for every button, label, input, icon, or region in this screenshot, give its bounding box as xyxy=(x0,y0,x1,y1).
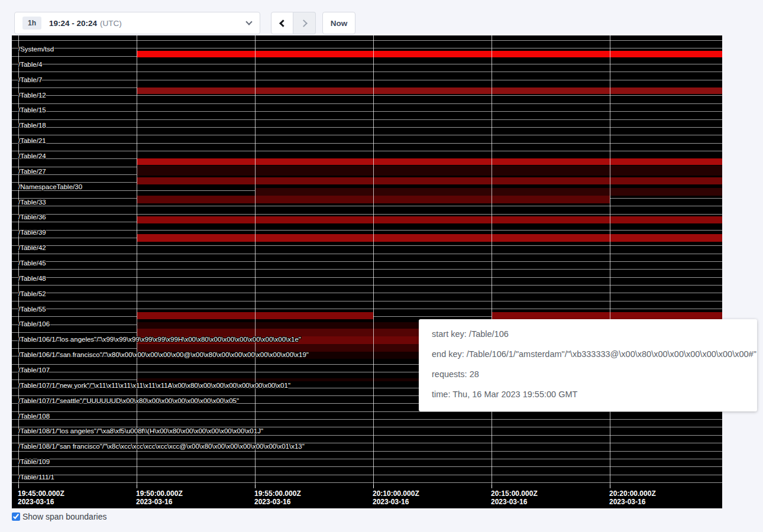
axis-tick-date: 2023-03-16 xyxy=(609,498,656,506)
span-boundary-line xyxy=(12,309,722,309)
span-boundary-line xyxy=(12,245,722,246)
tooltip-requests: requests: 28 xyxy=(432,364,757,384)
now-button[interactable]: Now xyxy=(322,12,355,34)
span-boundary-line xyxy=(12,72,722,72)
span-boundary-line xyxy=(12,214,722,215)
show-span-boundaries-text: Show span boundaries xyxy=(22,512,106,521)
heat-band[interactable] xyxy=(137,51,722,57)
row-label: /Table/108/1/"los angeles"/"\xa8\xf5\u00… xyxy=(18,427,263,435)
show-span-boundaries-checkbox[interactable] xyxy=(12,512,20,521)
row-label: /Table/42 xyxy=(18,244,46,252)
axis-tick xyxy=(255,485,256,488)
axis-tick-label: 19:45:00.000Z2023-03-16 xyxy=(18,489,64,506)
axis-tick xyxy=(137,485,137,488)
span-boundary-line xyxy=(12,111,722,112)
row-label: /Table/55 xyxy=(18,305,46,313)
axis-tick xyxy=(492,485,492,488)
axis-tick-date: 2023-03-16 xyxy=(136,498,183,506)
range-duration-badge: 1h xyxy=(22,17,41,30)
row-label: /Table/107/1/"seattle"/"UUUUUUD\x00\x80\… xyxy=(18,397,239,405)
heat-band[interactable] xyxy=(492,312,722,319)
axis-tick-time: 19:45:00.000Z xyxy=(18,489,64,498)
axis-tick-label: 19:55:00.000Z2023-03-16 xyxy=(254,489,301,506)
row-label: /Table/106/1/"los angeles"/"\x99\x99\x99… xyxy=(18,335,301,343)
axis-tick-time: 20:20:00.000Z xyxy=(609,489,656,498)
tooltip-time: time: Thu, 16 Mar 2023 19:55:00 GMT xyxy=(432,384,757,404)
span-boundary-line xyxy=(12,475,722,475)
row-label: /Table/27 xyxy=(18,167,46,176)
row-label: /NamespaceTable/30 xyxy=(18,183,82,191)
axis-tick-time: 19:55:00.000Z xyxy=(254,489,301,498)
span-boundary-line xyxy=(12,80,722,80)
time-range-selector[interactable]: 1h 19:24 - 20:24 (UTC) xyxy=(14,12,260,34)
row-label: /Table/33 xyxy=(18,198,46,206)
row-label: /Table/39 xyxy=(18,228,46,236)
axis-tick-label: 19:50:00.000Z2023-03-16 xyxy=(136,489,183,506)
axis-tick-time: 20:15:00.000Z xyxy=(491,489,538,498)
axis-tick-label: 20:15:00.000Z2023-03-16 xyxy=(491,489,538,506)
span-boundary-line xyxy=(12,466,722,467)
heat-band[interactable] xyxy=(137,177,722,184)
heat-band[interactable] xyxy=(137,216,722,223)
next-time-button[interactable] xyxy=(293,12,316,34)
span-boundary-line xyxy=(12,301,722,301)
hover-tooltip: start key: /Table/106 end key: /Table/10… xyxy=(419,319,757,411)
range-timezone: (UTC) xyxy=(100,19,122,28)
axis-tick xyxy=(18,485,19,488)
heat-band[interactable] xyxy=(137,158,722,166)
span-boundary-line xyxy=(12,482,722,483)
span-boundary-line xyxy=(12,135,722,135)
range-label: 19:24 - 20:24 xyxy=(49,19,97,28)
key-visualizer-canvas[interactable]: /System/tsd/Table/4/Table/7/Table/12/Tab… xyxy=(12,35,722,508)
axis-tick-date: 2023-03-16 xyxy=(254,498,301,506)
row-label: /Table/21 xyxy=(18,137,46,145)
span-boundary-line xyxy=(12,230,722,231)
time-gridline xyxy=(492,35,492,485)
tooltip-start-key: start key: /Table/106 xyxy=(432,324,757,344)
heat-band[interactable] xyxy=(137,87,722,94)
heat-band[interactable] xyxy=(137,234,722,242)
time-gridline xyxy=(610,35,610,485)
row-label: /Table/108/1/"san francisco"/"\x8c\xcc\x… xyxy=(18,442,305,450)
span-boundary-line xyxy=(12,143,722,144)
axis-tick-time: 20:10:00.000Z xyxy=(373,489,419,498)
row-label: /Table/107 xyxy=(18,366,50,374)
row-label: /Table/48 xyxy=(18,274,46,283)
span-boundary-line xyxy=(12,151,722,151)
heat-band[interactable] xyxy=(137,322,420,329)
axis-tick-date: 2023-03-16 xyxy=(491,498,538,506)
prev-time-button[interactable] xyxy=(271,12,293,34)
row-label: /Table/7 xyxy=(18,76,42,84)
axis-tick-date: 2023-03-16 xyxy=(373,498,419,506)
axis-tick xyxy=(610,485,610,488)
key-visualizer-page: 1h 19:24 - 20:24 (UTC) Now /System/tsd/T… xyxy=(0,0,763,532)
row-label: /Table/15 xyxy=(18,106,46,114)
span-boundary-line xyxy=(12,459,722,459)
row-label: /Table/106 xyxy=(18,320,50,328)
heat-band[interactable] xyxy=(255,188,722,196)
axis-tick-time: 19:50:00.000Z xyxy=(136,489,183,498)
row-label: /Table/36 xyxy=(18,213,46,221)
row-label: /Table/24 xyxy=(18,152,46,160)
span-boundary-line xyxy=(12,127,722,128)
time-gridline xyxy=(137,35,137,485)
span-boundary-line xyxy=(12,40,722,41)
row-label: /Table/18 xyxy=(18,121,46,129)
span-boundary-line xyxy=(12,119,722,120)
chevron-left-icon xyxy=(279,20,287,27)
show-span-boundaries-control[interactable]: Show span boundaries xyxy=(12,512,106,521)
time-gridline xyxy=(255,35,256,485)
axis-tick-label: 20:10:00.000Z2023-03-16 xyxy=(373,489,419,506)
chevron-down-icon xyxy=(245,18,252,25)
row-label: /Table/4 xyxy=(18,60,42,69)
span-boundary-line xyxy=(12,419,722,420)
span-boundary-line xyxy=(12,64,722,64)
heat-band[interactable] xyxy=(137,166,722,176)
row-label: /Table/111/1 xyxy=(18,473,54,481)
row-label: /Table/107/1/"new york"/"\x11\x11\x11\x1… xyxy=(18,381,290,390)
time-gridline xyxy=(373,35,374,485)
row-label: /Table/52 xyxy=(18,290,46,298)
axis-tick-label: 20:20:00.000Z2023-03-16 xyxy=(609,489,656,506)
time-nav-group xyxy=(271,12,316,34)
axis-tick xyxy=(373,485,374,488)
